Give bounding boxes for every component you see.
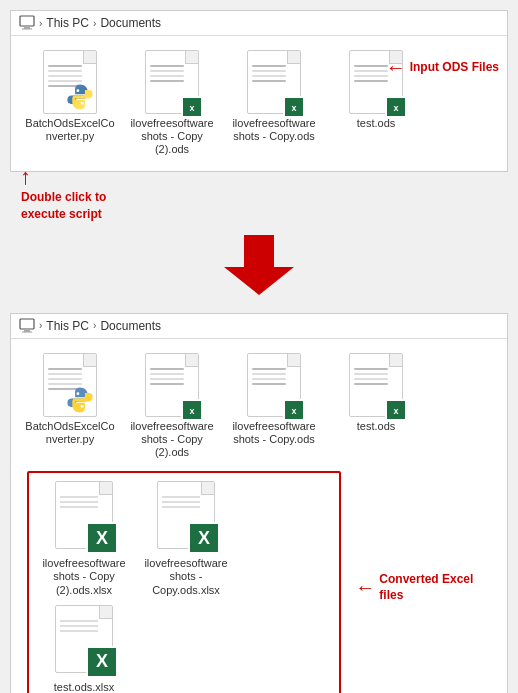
address-documents[interactable]: Documents [100, 16, 161, 30]
chevron-icon-1: › [39, 18, 42, 29]
xlsx3-x-badge: X [86, 646, 118, 678]
bottom-file-python[interactable]: BatchOdsExcelConverter.py [25, 353, 115, 446]
ods2-excel-badge: x [283, 96, 305, 118]
converted-annotation: ← Converted Excel files [355, 572, 499, 603]
chevron-icon-2: › [93, 18, 96, 29]
ods1-excel-badge: x [181, 96, 203, 118]
bottom-file-ods-3[interactable]: x test.ods [331, 353, 421, 433]
svg-rect-12 [20, 319, 34, 329]
computer-icon [19, 15, 35, 31]
bottom-ods1-filename: ilovefreesoftwareshots - Copy(2).ods [130, 420, 213, 460]
svg-point-3 [77, 89, 80, 92]
bottom-ods1-badge: x [181, 399, 203, 421]
xlsx-file-2[interactable]: X ilovefreesoftwareshots - Copy.ods.xlsx [141, 481, 231, 597]
svg-text:x: x [189, 406, 194, 416]
python-logo-icon [66, 83, 94, 111]
big-down-arrow [224, 235, 294, 295]
script-annotation: Double click toexecute script [21, 189, 106, 223]
xlsx-file-3[interactable]: X test.ods.xlsx [39, 605, 129, 693]
top-file-area: ↑ BatchOdsExcelConverter.py [11, 36, 507, 171]
bottom-address-bar: › This PC › Documents [11, 314, 507, 339]
down-arrow-section [0, 227, 518, 303]
bottom-panel: › This PC › Documents [10, 313, 508, 693]
bottom-ods2-filename: ilovefreesoftwareshots - Copy.ods [232, 420, 315, 446]
ods3-excel-badge: x [385, 96, 407, 118]
bottom-ods2-badge: x [283, 399, 305, 421]
svg-marker-11 [224, 235, 294, 295]
top-panel: › This PC › Documents [10, 10, 508, 172]
bottom-python-filename: BatchOdsExcelConverter.py [25, 420, 114, 446]
svg-rect-0 [20, 16, 34, 26]
xlsx2-filename: ilovefreesoftwareshots - Copy.ods.xlsx [141, 557, 231, 597]
file-item-ods-2[interactable]: x ilovefreesoftwareshots - Copy.ods [229, 50, 319, 143]
svg-text:x: x [393, 103, 398, 113]
bottom-ods3-badge: x [385, 399, 407, 421]
python-logo-icon-2 [66, 386, 94, 414]
input-annotation: ← Input ODS Files [386, 56, 499, 79]
converted-files-box: X ilovefreesoftwareshots - Copy(2).ods.x… [27, 471, 341, 693]
bottom-file-ods-2[interactable]: x ilovefreesoftwareshots - Copy.ods [229, 353, 319, 446]
ods3-filename: test.ods [357, 117, 396, 130]
converted-section: X ilovefreesoftwareshots - Copy(2).ods.x… [11, 467, 507, 693]
svg-text:x: x [291, 406, 296, 416]
bottom-python-doc [43, 353, 97, 417]
python-doc-base [43, 50, 97, 114]
svg-point-4 [81, 102, 84, 105]
xlsx2-x-badge: X [188, 522, 220, 554]
xlsx-file-1[interactable]: X ilovefreesoftwareshots - Copy(2).ods.x… [39, 481, 129, 597]
computer-icon-2 [19, 318, 35, 334]
chevron-icon-4: › [93, 320, 96, 331]
xlsx1-x-badge: X [86, 522, 118, 554]
chevron-icon-3: › [39, 320, 42, 331]
converted-arrow-icon: ← [355, 576, 375, 599]
svg-point-16 [81, 404, 84, 407]
svg-text:x: x [291, 103, 296, 113]
top-address-bar: › This PC › Documents [11, 11, 507, 36]
converted-annotation-text: Converted Excel files [379, 572, 499, 603]
bottom-ods3-filename: test.ods [357, 420, 396, 433]
svg-point-15 [77, 392, 80, 395]
file-item-python[interactable]: ↑ BatchOdsExcelConverter.py [25, 50, 115, 143]
up-arrow-python: ↑ [20, 166, 31, 188]
python-filename: BatchOdsExcelConverter.py [25, 117, 114, 143]
ods1-filename: ilovefreesoftwareshots - Copy(2).ods [130, 117, 213, 157]
address-documents-2[interactable]: Documents [100, 319, 161, 333]
bottom-file-ods-1[interactable]: x ilovefreesoftwareshots - Copy(2).ods [127, 353, 217, 460]
xlsx3-filename: test.ods.xlsx [54, 681, 115, 693]
input-annotation-text: Input ODS Files [410, 60, 499, 76]
svg-text:x: x [189, 103, 194, 113]
xlsx1-filename: ilovefreesoftwareshots - Copy(2).ods.xls… [42, 557, 125, 597]
input-arrow-icon: ← [386, 56, 406, 79]
address-this-pc-2[interactable]: This PC [46, 319, 89, 333]
file-item-ods-1[interactable]: x ilovefreesoftwareshots - Copy(2).ods [127, 50, 217, 157]
ods2-filename: ilovefreesoftwareshots - Copy.ods [232, 117, 315, 143]
bottom-existing-files: BatchOdsExcelConverter.py [11, 339, 507, 468]
address-this-pc[interactable]: This PC [46, 16, 89, 30]
svg-text:x: x [393, 406, 398, 416]
